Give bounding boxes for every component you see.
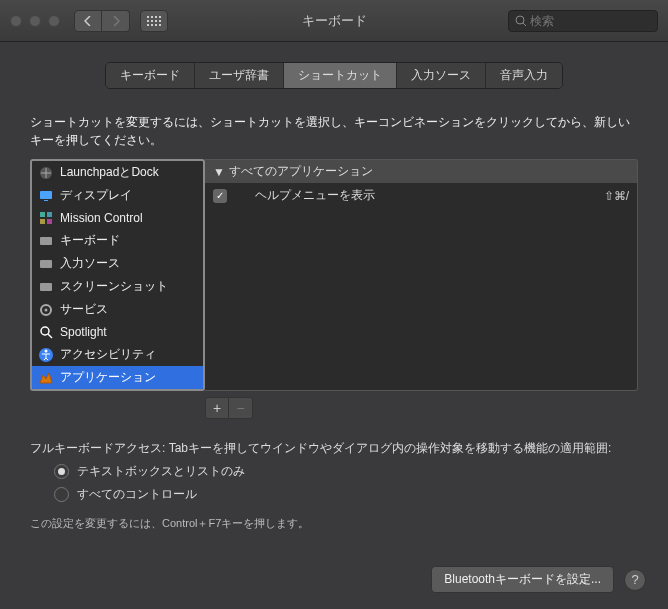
tab-3[interactable]: 入力ソース bbox=[397, 63, 486, 88]
search-icon bbox=[515, 15, 526, 27]
category-label: サービス bbox=[60, 301, 108, 318]
back-button[interactable] bbox=[74, 10, 102, 32]
category-screenshot[interactable]: スクリーンショット bbox=[32, 275, 203, 298]
category-list[interactable]: LaunchpadとDockディスプレイMission Controlキーボード… bbox=[30, 159, 205, 391]
services-icon bbox=[38, 302, 54, 318]
svg-rect-18 bbox=[47, 212, 52, 217]
minimize-traffic-light[interactable] bbox=[29, 15, 41, 27]
svg-point-12 bbox=[516, 16, 524, 24]
category-launchpad[interactable]: LaunchpadとDock bbox=[32, 161, 203, 184]
svg-rect-10 bbox=[155, 24, 157, 26]
svg-rect-3 bbox=[159, 16, 161, 18]
show-all-button[interactable] bbox=[140, 10, 168, 32]
svg-rect-4 bbox=[147, 20, 149, 22]
disclosure-triangle-icon[interactable]: ▼ bbox=[213, 165, 225, 179]
kbaccess-label: フルキーボードアクセス: Tabキーを押してウインドウやダイアログ内の操作対象を… bbox=[30, 439, 638, 458]
kbaccess-hint: この設定を変更するには、Control＋F7キーを押します。 bbox=[30, 515, 638, 533]
kbaccess-option-label: テキストボックスとリストのみ bbox=[77, 462, 245, 481]
svg-rect-8 bbox=[147, 24, 149, 26]
svg-rect-20 bbox=[47, 219, 52, 224]
tab-0[interactable]: キーボード bbox=[106, 63, 195, 88]
kbaccess-radio-1[interactable] bbox=[54, 487, 69, 502]
mission-icon bbox=[38, 210, 54, 226]
svg-rect-23 bbox=[40, 283, 52, 291]
search-field[interactable] bbox=[508, 10, 658, 32]
close-traffic-light[interactable] bbox=[10, 15, 22, 27]
kbaccess-option-label: すべてのコントロール bbox=[77, 485, 197, 504]
instruction-text: ショートカットを変更するには、ショートカットを選択し、キーコンビネーションをクリ… bbox=[30, 113, 638, 149]
category-label: Mission Control bbox=[60, 211, 143, 225]
category-label: LaunchpadとDock bbox=[60, 164, 159, 181]
svg-rect-19 bbox=[40, 219, 45, 224]
svg-rect-9 bbox=[151, 24, 153, 26]
zoom-traffic-light[interactable] bbox=[48, 15, 60, 27]
svg-rect-1 bbox=[151, 16, 153, 18]
category-input[interactable]: 入力ソース bbox=[32, 252, 203, 275]
shortcut-checkbox[interactable]: ✓ bbox=[213, 189, 227, 203]
accessibility-icon bbox=[38, 347, 54, 363]
category-apps[interactable]: アプリケーション bbox=[32, 366, 203, 389]
category-label: ディスプレイ bbox=[60, 187, 132, 204]
category-label: アプリケーション bbox=[60, 369, 156, 386]
keyboard-icon bbox=[38, 233, 54, 249]
search-input[interactable] bbox=[530, 14, 651, 28]
svg-rect-6 bbox=[155, 20, 157, 22]
tab-1[interactable]: ユーザ辞書 bbox=[195, 63, 284, 88]
category-label: スクリーンショット bbox=[60, 278, 168, 295]
display-icon bbox=[38, 188, 54, 204]
svg-rect-5 bbox=[151, 20, 153, 22]
detail-header[interactable]: ▼ すべてのアプリケーション bbox=[205, 160, 637, 183]
input-icon bbox=[38, 256, 54, 272]
help-button[interactable]: ? bbox=[624, 569, 646, 591]
shortcut-row[interactable]: ✓ヘルプメニューを表示⇧⌘/ bbox=[205, 183, 637, 208]
shortcut-detail: ▼ すべてのアプリケーション ✓ヘルプメニューを表示⇧⌘/ bbox=[205, 159, 638, 391]
spotlight-icon bbox=[38, 324, 54, 340]
category-mission[interactable]: Mission Control bbox=[32, 207, 203, 229]
svg-line-13 bbox=[523, 23, 526, 26]
svg-rect-15 bbox=[40, 191, 52, 199]
category-spotlight[interactable]: Spotlight bbox=[32, 321, 203, 343]
category-label: Spotlight bbox=[60, 325, 107, 339]
category-label: アクセシビリティ bbox=[60, 346, 156, 363]
svg-point-26 bbox=[41, 327, 49, 335]
svg-rect-22 bbox=[40, 260, 52, 268]
category-accessibility[interactable]: アクセシビリティ bbox=[32, 343, 203, 366]
remove-button: − bbox=[229, 397, 253, 419]
forward-button bbox=[102, 10, 130, 32]
launchpad-icon bbox=[38, 165, 54, 181]
category-label: 入力ソース bbox=[60, 255, 120, 272]
svg-rect-21 bbox=[40, 237, 52, 245]
tab-4[interactable]: 音声入力 bbox=[486, 63, 562, 88]
add-button[interactable]: + bbox=[205, 397, 229, 419]
apps-icon bbox=[38, 370, 54, 386]
category-label: キーボード bbox=[60, 232, 120, 249]
svg-rect-0 bbox=[147, 16, 149, 18]
category-services[interactable]: サービス bbox=[32, 298, 203, 321]
shortcut-label: ヘルプメニューを表示 bbox=[235, 187, 596, 204]
detail-header-label: すべてのアプリケーション bbox=[229, 163, 373, 180]
screenshot-icon bbox=[38, 279, 54, 295]
shortcut-keys[interactable]: ⇧⌘/ bbox=[604, 189, 629, 203]
svg-rect-11 bbox=[159, 24, 161, 26]
svg-point-25 bbox=[45, 308, 48, 311]
kbaccess-radio-0[interactable] bbox=[54, 464, 69, 479]
category-keyboard[interactable]: キーボード bbox=[32, 229, 203, 252]
category-display[interactable]: ディスプレイ bbox=[32, 184, 203, 207]
svg-rect-7 bbox=[159, 20, 161, 22]
svg-rect-17 bbox=[40, 212, 45, 217]
svg-rect-16 bbox=[44, 200, 48, 201]
tab-2[interactable]: ショートカット bbox=[284, 63, 397, 88]
svg-rect-2 bbox=[155, 16, 157, 18]
svg-line-27 bbox=[48, 334, 52, 338]
svg-point-29 bbox=[45, 349, 48, 352]
bluetooth-keyboard-button[interactable]: Bluetoothキーボードを設定... bbox=[431, 566, 614, 593]
